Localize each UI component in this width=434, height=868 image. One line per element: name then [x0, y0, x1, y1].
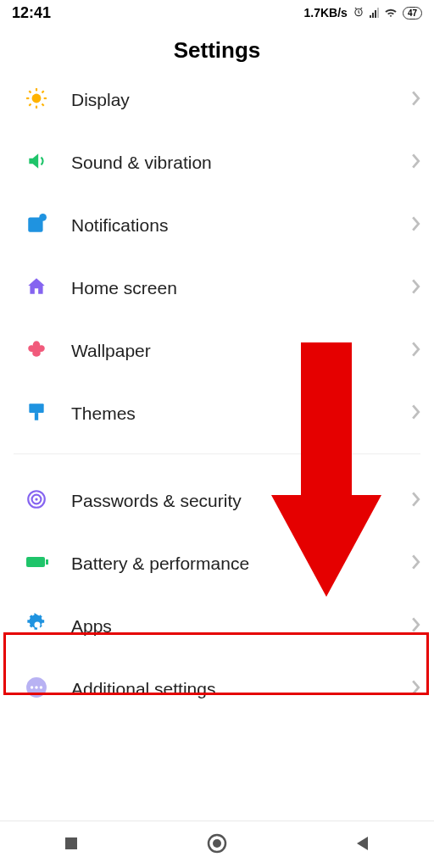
item-sound[interactable]: Sound & vibration: [0, 131, 434, 194]
item-label: Themes: [71, 403, 411, 424]
status-bar: 12:41 1.7KB/s 47: [0, 0, 434, 25]
svg-line-6: [29, 91, 31, 92]
speaker-icon: [25, 150, 47, 175]
chevron-right-icon: [411, 279, 420, 298]
home-icon: [25, 275, 47, 301]
item-label: Display: [71, 90, 411, 110]
item-label: Battery & performance: [71, 554, 411, 574]
status-net-speed: 1.7KB/s: [304, 6, 348, 19]
wifi-icon: [384, 6, 398, 19]
fingerprint-icon: [25, 488, 47, 514]
item-home[interactable]: Home screen: [0, 257, 434, 320]
svg-line-8: [29, 104, 31, 106]
chevron-right-icon: [411, 342, 420, 360]
navigation-bar: [0, 821, 434, 868]
nav-back-button[interactable]: [354, 835, 371, 855]
svg-point-11: [39, 214, 47, 221]
svg-rect-12: [29, 403, 43, 413]
more-icon: [25, 676, 47, 702]
item-label: Additional settings: [71, 679, 411, 699]
item-label: Home screen: [71, 278, 411, 298]
svg-rect-17: [26, 557, 45, 567]
brush-icon: [25, 401, 47, 426]
item-passwords[interactable]: Passwords & security: [0, 470, 434, 532]
section-divider: [14, 453, 420, 454]
item-label: Apps: [71, 616, 411, 637]
svg-point-1: [32, 94, 42, 103]
page-title: Settings: [0, 37, 434, 64]
flower-icon: [25, 338, 47, 364]
svg-point-16: [35, 498, 37, 500]
chevron-right-icon: [411, 554, 420, 573]
nav-home-button[interactable]: [206, 832, 228, 858]
notifications-icon: [25, 213, 47, 238]
svg-line-7: [42, 104, 44, 106]
svg-point-19: [35, 622, 41, 628]
svg-line-9: [42, 91, 44, 92]
item-battery[interactable]: Battery & performance: [0, 532, 434, 595]
item-notifications[interactable]: Notifications: [0, 194, 434, 257]
svg-point-21: [31, 686, 33, 688]
item-label: Wallpaper: [71, 341, 411, 361]
svg-rect-13: [35, 413, 38, 420]
battery-icon: 47: [403, 7, 422, 19]
item-themes[interactable]: Themes: [0, 382, 434, 445]
alarm-icon: [353, 6, 364, 20]
item-display[interactable]: Display: [0, 69, 434, 131]
item-label: Passwords & security: [71, 491, 411, 511]
svg-point-22: [35, 686, 37, 688]
settings-list: Display Sound & vibration Notifications …: [0, 69, 434, 821]
nav-recents-button[interactable]: [63, 835, 80, 855]
status-time: 12:41: [12, 4, 51, 22]
item-wallpaper[interactable]: Wallpaper: [0, 320, 434, 382]
signal-icon: [370, 8, 379, 18]
chevron-right-icon: [411, 216, 420, 235]
gear-icon: [25, 613, 49, 640]
sun-icon: [25, 87, 47, 113]
svg-point-23: [40, 686, 42, 688]
item-label: Notifications: [71, 215, 411, 236]
svg-point-26: [213, 839, 221, 848]
status-right: 1.7KB/s 47: [304, 6, 422, 20]
battery-perf-icon: [25, 554, 49, 573]
item-label: Sound & vibration: [71, 153, 411, 173]
chevron-right-icon: [411, 404, 420, 423]
chevron-right-icon: [411, 91, 420, 109]
svg-rect-18: [46, 559, 48, 565]
chevron-right-icon: [411, 617, 420, 636]
item-additional[interactable]: Additional settings: [0, 658, 434, 721]
svg-rect-24: [65, 837, 77, 849]
chevron-right-icon: [411, 680, 420, 698]
item-apps[interactable]: Apps: [0, 595, 434, 658]
chevron-right-icon: [411, 492, 420, 510]
chevron-right-icon: [411, 153, 420, 172]
